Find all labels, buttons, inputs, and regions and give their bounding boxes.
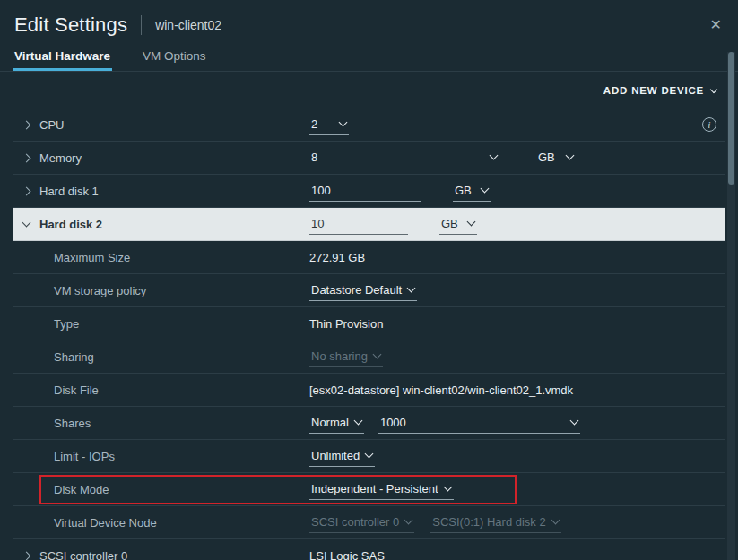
scsi-controller-0-value: LSI Logic SAS xyxy=(309,549,385,560)
memory-unit-value: GB xyxy=(538,151,555,164)
shares-value-input[interactable]: 1000 xyxy=(378,412,580,434)
dialog-header: Edit Settings win-client02 ✕ xyxy=(0,0,738,45)
row-vm-storage-policy: VM storage policy Datastore Default xyxy=(13,274,725,307)
chevron-down-icon xyxy=(407,284,416,293)
row-shares: Shares Normal 1000 xyxy=(13,407,725,440)
scsi-controller-value: SCSI controller 0 xyxy=(311,515,399,529)
row-virtual-device-node: Virtual Device Node SCSI controller 0 SC… xyxy=(13,506,725,539)
scrollbar[interactable] xyxy=(727,52,735,560)
add-new-device-button[interactable]: ADD NEW DEVICE xyxy=(603,85,716,96)
chevron-down-icon xyxy=(404,516,413,525)
vm-storage-policy-label: VM storage policy xyxy=(54,284,309,297)
chevron-down-icon xyxy=(551,516,560,525)
limit-iops-label: Limit - IOPs xyxy=(54,450,309,463)
chevron-down-icon xyxy=(339,118,348,127)
limit-iops-value: Unlimited xyxy=(311,449,360,462)
vm-storage-policy-select[interactable]: Datastore Default xyxy=(309,280,417,301)
limit-iops-select[interactable]: Unlimited xyxy=(309,445,375,467)
memory-unit-select[interactable]: GB xyxy=(536,147,576,168)
edit-settings-dialog: Edit Settings win-client02 ✕ Virtual Har… xyxy=(0,0,738,560)
sharing-value: No sharing xyxy=(311,349,368,363)
row-scsi-controller-0: SCSI controller 0 LSI Logic SAS xyxy=(13,539,725,560)
chevron-down-icon xyxy=(566,151,575,160)
row-cpu: CPU 2 i xyxy=(13,108,725,142)
expand-hard-disk-1-icon[interactable] xyxy=(23,188,39,194)
chevron-down-icon xyxy=(569,417,578,426)
close-icon[interactable]: ✕ xyxy=(708,16,724,34)
shares-value: 1000 xyxy=(380,416,406,429)
type-label: Type xyxy=(54,317,309,331)
shares-label: Shares xyxy=(54,417,309,430)
scsi-controller-0-label: SCSI controller 0 xyxy=(39,549,309,560)
disk-file-value: [esx02-datastore] win-client02/win-clien… xyxy=(309,383,573,397)
shares-level-value: Normal xyxy=(311,416,349,429)
chevron-right-icon xyxy=(22,186,31,195)
scrollbar-thumb[interactable] xyxy=(728,52,734,185)
row-disk-file: Disk File [esx02-datastore] win-client02… xyxy=(13,374,725,407)
hard-disk-2-size-input[interactable]: 10 xyxy=(309,213,408,235)
hard-disk-1-unit-select[interactable]: GB xyxy=(453,180,491,202)
collapse-hard-disk-2-icon[interactable] xyxy=(23,222,39,226)
page-title: Edit Settings xyxy=(14,13,127,37)
hard-disk-2-unit-select[interactable]: GB xyxy=(439,213,477,235)
chevron-right-icon xyxy=(22,153,31,162)
scsi-node-value: SCSI(0:1) Hard disk 2 xyxy=(432,515,545,529)
row-sharing: Sharing No sharing xyxy=(13,340,725,374)
chevron-down-icon xyxy=(467,218,476,227)
hard-disk-1-unit-value: GB xyxy=(455,184,472,197)
maximum-size-label: Maximum Size xyxy=(54,251,309,264)
title-divider xyxy=(141,15,142,35)
sharing-label: Sharing xyxy=(54,350,309,364)
hard-disk-1-size-value: 100 xyxy=(311,184,331,197)
chevron-down-icon xyxy=(710,85,717,92)
disk-file-label: Disk File xyxy=(54,383,309,397)
sharing-select[interactable]: No sharing xyxy=(309,346,383,367)
row-type: Type Thin Provision xyxy=(13,307,725,340)
memory-size-input[interactable]: 8 xyxy=(309,147,499,168)
chevron-down-icon xyxy=(365,450,374,459)
chevron-down-icon xyxy=(372,350,381,359)
scsi-controller-select[interactable]: SCSI controller 0 xyxy=(309,512,414,533)
cpu-count-select[interactable]: 2 xyxy=(309,114,349,135)
virtual-device-node-label: Virtual Device Node xyxy=(54,516,309,530)
memory-size-value: 8 xyxy=(311,151,317,164)
hard-disk-1-size-input[interactable]: 100 xyxy=(309,180,421,202)
disk-mode-select[interactable]: Independent - Persistent xyxy=(309,478,454,500)
tab-bar: Virtual Hardware VM Options xyxy=(0,45,738,72)
chevron-down-icon xyxy=(481,185,490,194)
cpu-count-value: 2 xyxy=(311,117,317,131)
chevron-down-icon xyxy=(443,483,452,492)
chevron-down-icon xyxy=(490,151,499,160)
hard-disk-2-unit-value: GB xyxy=(441,217,458,230)
row-limit-iops: Limit - IOPs Unlimited xyxy=(13,440,725,473)
expand-scsi-controller-icon[interactable] xyxy=(23,553,39,559)
vm-name: win-client02 xyxy=(155,18,221,32)
shares-level-select[interactable]: Normal xyxy=(309,412,364,434)
expand-cpu-icon[interactable] xyxy=(23,122,39,128)
device-toolbar: ADD NEW DEVICE xyxy=(0,72,738,108)
chevron-right-icon xyxy=(22,551,31,560)
hard-disk-1-label: Hard disk 1 xyxy=(39,185,309,198)
disk-mode-value: Independent - Persistent xyxy=(311,482,438,495)
tab-vm-options[interactable]: VM Options xyxy=(143,49,206,71)
hardware-table: CPU 2 i Memory 8 GB Hard disk 1 xyxy=(13,108,725,560)
row-maximum-size: Maximum Size 272.91 GB xyxy=(13,241,725,274)
row-hard-disk-2: Hard disk 2 10 GB xyxy=(13,208,725,241)
expand-memory-icon[interactable] xyxy=(23,155,39,161)
vm-storage-policy-value: Datastore Default xyxy=(311,283,402,297)
memory-label: Memory xyxy=(39,151,309,165)
type-value: Thin Provision xyxy=(309,317,383,331)
hard-disk-2-label: Hard disk 2 xyxy=(39,218,309,231)
info-icon[interactable]: i xyxy=(702,117,716,132)
tab-virtual-hardware[interactable]: Virtual Hardware xyxy=(14,49,110,71)
add-new-device-label: ADD NEW DEVICE xyxy=(603,85,704,96)
chevron-down-icon xyxy=(353,417,362,426)
row-hard-disk-1: Hard disk 1 100 GB xyxy=(13,175,725,208)
cpu-label: CPU xyxy=(39,118,309,132)
hard-disk-2-size-value: 10 xyxy=(311,217,324,230)
maximum-size-value: 272.91 GB xyxy=(309,251,365,264)
chevron-down-icon xyxy=(22,219,31,228)
row-disk-mode: Disk Mode Independent - Persistent xyxy=(13,473,725,506)
disk-mode-label: Disk Mode xyxy=(54,483,309,496)
scsi-node-select[interactable]: SCSI(0:1) Hard disk 2 xyxy=(430,512,560,533)
